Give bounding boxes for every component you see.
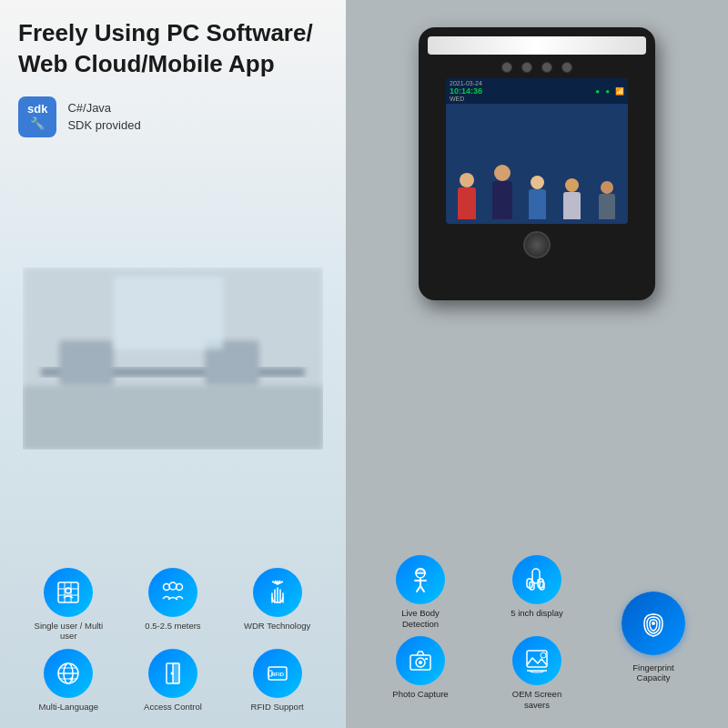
person-3 — [521, 176, 553, 219]
svg-text:RFID: RFID — [271, 672, 285, 677]
sensor-3 — [541, 62, 552, 73]
svg-rect-42 — [425, 658, 428, 660]
distance-icon — [148, 568, 197, 617]
sdk-box: sdk 🔧 — [18, 96, 56, 138]
screen-header: 2021-03-24 10:14:36 WED ● ● 📶 — [446, 78, 628, 104]
right-features-grid: Live Body Detection 5 inch display — [364, 555, 710, 710]
right-panel: 2021-03-24 10:14:36 WED ● ● 📶 — [346, 0, 728, 728]
svg-rect-5 — [114, 277, 223, 349]
photo-capture-icon — [396, 636, 445, 685]
single-multi-user-label: Single user / Multi user — [32, 621, 105, 642]
feature-rfid: RFID RFID Support — [227, 649, 328, 712]
fingerprint-icon — [622, 592, 685, 655]
sdk-badge: sdk 🔧 C#/Java SDK provided — [18, 96, 328, 138]
wifi-icon: 📶 — [615, 87, 624, 96]
left-device-area — [18, 156, 328, 560]
svg-point-44 — [541, 652, 546, 658]
distance-label: 0.5-2.5 meters — [145, 621, 200, 631]
oem-screen-icon — [512, 636, 561, 685]
feature-oem-screen: OEM Screen savers — [480, 636, 593, 710]
multi-language-label: Multi-Language — [39, 702, 99, 712]
single-multi-user-icon — [44, 568, 93, 617]
sensor-4 — [561, 62, 572, 73]
five-inch-icon — [512, 555, 561, 604]
five-inch-label: 5 inch display — [511, 608, 563, 618]
svg-rect-43 — [527, 651, 547, 667]
sdk-text: C#/Java SDK provided — [67, 99, 140, 135]
feature-wdr: WDR Technology — [227, 568, 328, 642]
persons-row — [449, 163, 625, 221]
person-5 — [591, 181, 623, 219]
svg-rect-37 — [540, 581, 544, 590]
sdk-text-line2: SDK provided — [67, 116, 140, 135]
device-sensors — [501, 62, 572, 73]
feature-fingerprint: Fingerprint Capacity — [597, 555, 710, 710]
office-bg — [23, 268, 323, 450]
left-features-grid: Single user / Multi user 0.5-2.5 meters — [18, 561, 328, 719]
sensor-2 — [521, 62, 532, 73]
rfid-icon: RFID — [253, 649, 302, 698]
photo-capture-label: Photo Capture — [392, 689, 448, 699]
multi-language-icon — [44, 649, 93, 698]
status-dot-2: ● — [605, 87, 610, 96]
wdr-label: WDR Technology — [244, 621, 310, 631]
live-body-label: Live Body Detection — [384, 608, 457, 629]
time-display: 10:14:36 — [450, 86, 482, 96]
feature-five-inch: 5 inch display — [480, 555, 593, 629]
rfid-label: RFID Support — [251, 702, 304, 712]
sdk-icon: 🔧 — [30, 116, 45, 132]
live-body-icon — [396, 555, 445, 604]
feature-photo-capture: Photo Capture — [364, 636, 477, 710]
wdr-icon — [253, 568, 302, 617]
device-home-button[interactable] — [523, 231, 551, 258]
sdk-label: sdk — [27, 102, 47, 117]
device-mockup: 2021-03-24 10:14:36 WED ● ● 📶 — [419, 27, 655, 300]
person-1 — [450, 173, 483, 219]
feature-access-control: Access Control — [123, 649, 224, 712]
person-2 — [485, 165, 518, 219]
svg-point-38 — [652, 622, 655, 625]
day-display: WED — [450, 96, 482, 102]
svg-rect-6 — [58, 582, 78, 602]
screen-status-icons: ● ● 📶 — [595, 87, 624, 96]
access-control-label: Access Control — [144, 702, 202, 712]
svg-rect-26 — [173, 663, 179, 683]
sensor-1 — [501, 62, 512, 73]
svg-rect-1 — [23, 386, 323, 450]
person-4 — [555, 178, 588, 219]
feature-single-multi-user: Single user / Multi user — [18, 568, 119, 642]
page: Freely Using PC Software/ Web Cloud/Mobi… — [0, 0, 728, 728]
sdk-text-line1: C#/Java — [67, 99, 140, 117]
device-led-bar — [428, 36, 646, 55]
svg-point-27 — [170, 672, 173, 674]
feature-live-body: Live Body Detection — [364, 555, 477, 629]
svg-point-13 — [169, 582, 177, 590]
left-panel: Freely Using PC Software/ Web Cloud/Mobi… — [0, 0, 346, 728]
svg-rect-3 — [59, 340, 114, 386]
status-dot-1: ● — [595, 87, 600, 96]
access-control-icon — [148, 649, 197, 698]
device-screen: 2021-03-24 10:14:36 WED ● ● 📶 — [446, 78, 628, 224]
screen-date: 2021-03-24 10:14:36 WED — [450, 80, 482, 102]
svg-rect-35 — [538, 579, 543, 588]
page-title: Freely Using PC Software/ Web Cloud/Mobi… — [18, 18, 328, 80]
feature-distance: 0.5-2.5 meters — [123, 568, 224, 642]
date-display: 2021-03-24 — [450, 80, 482, 86]
svg-point-41 — [419, 661, 422, 664]
feature-multi-language: Multi-Language — [18, 649, 119, 712]
fingerprint-label: Fingerprint Capacity — [617, 662, 690, 683]
oem-screen-label: OEM Screen savers — [500, 689, 573, 710]
screen-faces — [446, 104, 628, 224]
